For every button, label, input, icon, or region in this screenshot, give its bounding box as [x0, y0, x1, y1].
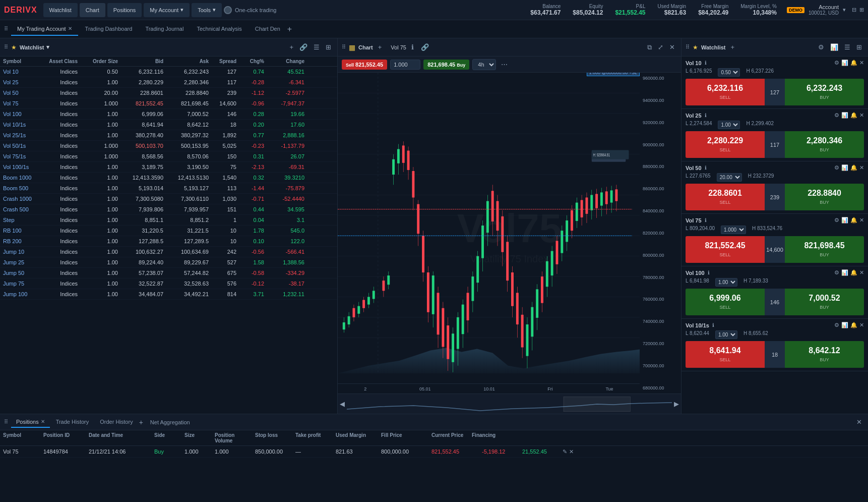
right-grid-icon[interactable]: ⊞: [854, 42, 864, 52]
buy-price-btn[interactable]: 7,000.52 BUY: [785, 289, 864, 315]
instrument-chart-icon[interactable]: 📊: [841, 60, 848, 66]
trade-history-tab[interactable]: Trade History: [51, 417, 94, 428]
my-account-btn[interactable]: My Account ▾: [144, 3, 190, 17]
sell-price-btn[interactable]: 228.8601 SELL: [686, 184, 765, 210]
timeframe-select[interactable]: 4h 1h 1d: [472, 59, 496, 70]
instrument-settings-icon[interactable]: ⚙: [834, 164, 839, 171]
sell-price-btn[interactable]: 8,641.94 SELL: [686, 341, 765, 368]
lot-size-input[interactable]: [390, 60, 420, 70]
buy-price-btn[interactable]: 8,642.12 BUY: [785, 341, 864, 368]
instrument-settings-icon[interactable]: ⚙: [834, 322, 839, 328]
watchlist-dropdown-btn[interactable]: ▾: [46, 44, 49, 50]
positions-nav-btn[interactable]: Positions: [107, 3, 142, 17]
table-row[interactable]: Vol 10 Indices 0.50 6,232.116 6,232.243 …: [0, 67, 337, 77]
symbol-cell[interactable]: Step: [0, 215, 45, 225]
minimize-icon[interactable]: ⊟: [852, 7, 856, 13]
table-row[interactable]: Crash 1000 Indices 1.00 7,300.5080 7,300…: [0, 194, 337, 204]
positions-tab[interactable]: Positions ✕: [11, 417, 50, 428]
instrument-close-icon[interactable]: ✕: [859, 269, 864, 276]
symbol-cell[interactable]: Jump 100: [0, 289, 45, 299]
add-instrument-btn[interactable]: +: [287, 42, 295, 52]
table-row[interactable]: Vol 50/1s Indices 1.000 500,103.70 500,1…: [0, 141, 337, 151]
chart-scroll-left[interactable]: ◀: [338, 400, 347, 408]
add-tab-btn[interactable]: +: [287, 25, 292, 34]
table-row[interactable]: Jump 75 Indices 1.00 32,522.87 32,528.63…: [0, 278, 337, 289]
maximize-icon[interactable]: ⊞: [859, 7, 864, 13]
lot-size-select[interactable]: 1.00: [715, 278, 737, 287]
chart-more-btn[interactable]: ⋯: [499, 60, 510, 69]
instrument-alert-icon[interactable]: 🔔: [850, 164, 857, 171]
table-row[interactable]: Vol 50 Indices 20.00 228.8601 228.8840 2…: [0, 88, 337, 98]
account-dropdown-btn[interactable]: ▾: [843, 7, 846, 13]
chart-add-btn[interactable]: +: [376, 42, 384, 52]
symbol-cell[interactable]: Vol 10: [0, 67, 45, 77]
table-row[interactable]: Vol 75 Indices 1.000 821,552.45 821,698.…: [0, 98, 337, 109]
buy-price-btn[interactable]: 6,232.243 BUY: [785, 79, 864, 105]
table-row[interactable]: Boom 500 Indices 1.00 5,193.014 5,193.12…: [0, 183, 337, 194]
instrument-alert-icon[interactable]: 🔔: [850, 112, 857, 119]
instrument-alert-icon[interactable]: 🔔: [850, 217, 857, 224]
symbol-cell[interactable]: Vol 100: [0, 109, 45, 119]
table-row[interactable]: Vol 10/1s Indices 1.00 8,641.94 8,642.12…: [0, 120, 337, 130]
symbol-cell[interactable]: RB 100: [0, 226, 45, 236]
chart-expand-btn[interactable]: ⤢: [656, 42, 665, 52]
tab-trading-journal[interactable]: Trading Journal: [139, 23, 190, 36]
buy-price-btn[interactable]: 2,280.346 BUY: [785, 131, 864, 158]
table-row[interactable]: Vol 75 14849784 21/12/21 14:06 Buy 1.000…: [0, 446, 868, 458]
table-row[interactable]: Vol 25 Indices 1.00 2,280.229 2,280.346 …: [0, 77, 337, 88]
buy-price-btn[interactable]: 228.8840 BUY: [785, 184, 864, 210]
lot-size-select[interactable]: 1.000: [721, 226, 746, 234]
oneclick-toggle-circle[interactable]: [224, 6, 232, 14]
buy-price-btn[interactable]: 821,698.45 BUY: [785, 236, 864, 263]
symbol-cell[interactable]: Crash 1000: [0, 194, 45, 204]
pos-close-btn[interactable]: ✕: [569, 449, 574, 455]
symbol-cell[interactable]: Boom 1000: [0, 173, 45, 183]
instrument-close-icon[interactable]: ✕: [859, 322, 864, 328]
symbol-cell[interactable]: Crash 500: [0, 204, 45, 214]
tab-trading-dashboard[interactable]: Trading Dashboard: [79, 23, 139, 36]
instrument-info-icon[interactable]: ℹ: [705, 165, 707, 171]
right-list-icon[interactable]: ☰: [842, 42, 852, 52]
instrument-chart-icon[interactable]: 📊: [841, 112, 848, 119]
tab-chart-den[interactable]: Chart Den: [249, 23, 286, 36]
symbol-cell[interactable]: Jump 75: [0, 278, 45, 289]
chart-close-btn[interactable]: ✕: [667, 42, 677, 52]
instrument-alert-icon[interactable]: 🔔: [850, 60, 857, 66]
watchlist-nav-btn[interactable]: Watchlist: [43, 3, 78, 17]
sell-price-btn[interactable]: 6,232.116 SELL: [686, 79, 765, 105]
symbol-cell[interactable]: Vol 10/1s: [0, 120, 45, 130]
instrument-info-icon[interactable]: ℹ: [708, 270, 710, 275]
symbol-cell[interactable]: Jump 10: [0, 247, 45, 257]
chart-restore-btn[interactable]: ⧉: [645, 42, 654, 52]
grid-view-btn[interactable]: ⊞: [324, 42, 333, 52]
table-row[interactable]: Jump 25 Indices 1.00 89,224.40 89,229.67…: [0, 257, 337, 268]
table-row[interactable]: Vol 100/1s Indices 1.00 3,189.75 3,190.5…: [0, 162, 337, 173]
instrument-alert-icon[interactable]: 🔔: [850, 269, 857, 276]
chart-nav-btn[interactable]: Chart: [80, 3, 105, 17]
table-row[interactable]: Vol 75/1s Indices 1.000 8,568.56 8,570.0…: [0, 151, 337, 162]
symbol-cell[interactable]: Boom 500: [0, 183, 45, 193]
sell-price-btn[interactable]: 6,999.06 SELL: [686, 289, 765, 315]
table-row[interactable]: Step Indices 1.00 8,851.1 8,851.2 1 0.04…: [0, 215, 337, 226]
instrument-chart-icon[interactable]: 📊: [841, 322, 848, 328]
symbol-cell[interactable]: Jump 50: [0, 268, 45, 278]
tab-technical-analysis[interactable]: Technical Analysis: [191, 23, 247, 36]
tab-close-my-trading[interactable]: ✕: [68, 26, 72, 31]
tab-my-trading-account[interactable]: My Trading Account ✕: [11, 23, 78, 36]
table-row[interactable]: RB 200 Indices 1.00 127,288.5 127,289.5 …: [0, 236, 337, 247]
positions-tab-close[interactable]: ✕: [41, 419, 45, 424]
table-row[interactable]: Jump 10 Indices 1.00 100,632.27 100,634.…: [0, 247, 337, 257]
tools-btn[interactable]: Tools ▾: [192, 3, 222, 17]
instrument-settings-icon[interactable]: ⚙: [834, 112, 839, 119]
symbol-cell[interactable]: Vol 75: [0, 98, 45, 108]
sell-price-btn[interactable]: 821,552.45 SELL: [686, 236, 765, 263]
symbol-cell[interactable]: Vol 25/1s: [0, 130, 45, 140]
instrument-close-icon[interactable]: ✕: [859, 112, 864, 119]
instrument-info-icon[interactable]: ℹ: [712, 322, 714, 328]
chart-scroll-right[interactable]: ▶: [672, 400, 681, 408]
table-row[interactable]: Jump 50 Indices 1.00 57,238.07 57,244.82…: [0, 268, 337, 278]
instrument-settings-icon[interactable]: ⚙: [834, 269, 839, 276]
symbol-cell[interactable]: RB 200: [0, 236, 45, 246]
right-add-btn[interactable]: +: [729, 42, 737, 52]
add-panel-tab-btn[interactable]: +: [139, 418, 143, 426]
